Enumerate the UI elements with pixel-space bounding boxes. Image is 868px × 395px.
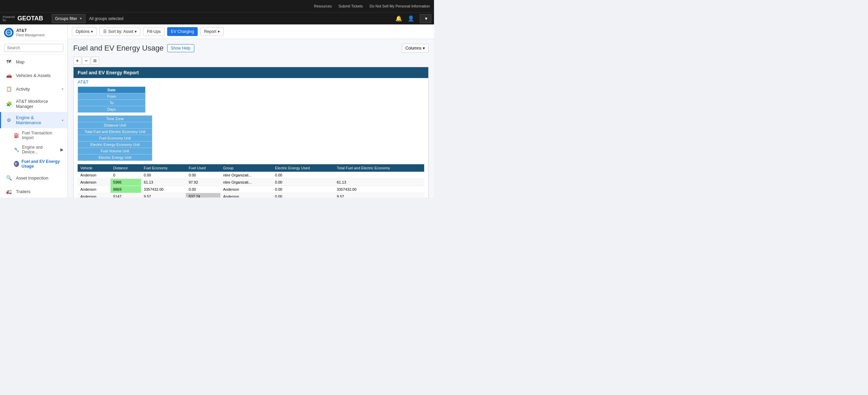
table-cell: 5147	[111, 193, 141, 198]
report-label: Report	[204, 29, 216, 34]
sidebar-item-att-workforce[interactable]: 🧩 AT&T Workforce Manager	[0, 96, 67, 112]
att-fleet-management: Fleet Management	[16, 33, 44, 37]
table-col-header: Group	[220, 164, 272, 172]
table-cell: 0.00	[272, 179, 334, 186]
sidebar-item-map[interactable]: 🗺 Map	[0, 55, 67, 69]
data-table-body: Anderson00.000.00ntire Organizati...0.00…	[78, 172, 424, 198]
notification-bell-icon[interactable]: 🔔	[395, 15, 402, 22]
sidebar-fuel-ev-label: Fuel and EV Energy Usage	[22, 159, 63, 169]
show-help-button[interactable]: Show Help	[167, 44, 194, 52]
table-col-header: Vehicle	[78, 164, 111, 172]
data-table: VehicleDistanceFuel EconomyFuel UsedGrou…	[78, 164, 424, 198]
page-title-text: Fuel and EV Energy Usage	[73, 44, 164, 53]
sidebar-trailers-label: Trailers	[16, 189, 63, 194]
settings-total-fuel: Total Fuel and Electric Economy Unit	[78, 129, 152, 135]
table-cell: 61.13	[334, 179, 424, 186]
logo-area: Poweredby GEOTAB	[3, 15, 43, 22]
table-cell: 0.00	[272, 193, 334, 198]
sort-button[interactable]: ☰ Sort by: Asset ▾	[99, 27, 140, 36]
sidebar-item-activity[interactable]: 📋 Activity ▾	[0, 82, 67, 96]
main-layout: AT&T Fleet Management 🗺 Map 🚗 Vehicles &…	[0, 24, 434, 198]
resources-link[interactable]: Resources	[314, 4, 332, 8]
ev-charging-button[interactable]: EV Charging	[167, 27, 198, 36]
engine-device-icon: 🔧	[14, 147, 19, 152]
table-row: Anderson88693357432.000.00Anderson0.0033…	[78, 186, 424, 193]
zoom-in-button[interactable]: +	[73, 57, 81, 65]
table-cell: Anderson	[78, 172, 111, 179]
sort-label: Sort by: Asset	[108, 29, 133, 34]
table-cell: 3357432.00	[141, 186, 186, 193]
report-header: Fuel and EV Energy Report	[74, 67, 428, 78]
page-title: Fuel and EV Energy Usage Show Help	[73, 44, 194, 53]
fill-ups-label: Fill-Ups	[147, 29, 161, 34]
table-cell: 0.00	[272, 186, 334, 193]
report-container: Fuel and EV Energy Report AT&T Date From…	[73, 67, 429, 198]
table-col-header: Fuel Economy	[141, 164, 186, 172]
fuel-transaction-icon: ⛽	[14, 133, 19, 138]
table-cell: 61.13	[141, 179, 186, 186]
options-button[interactable]: Options ▾	[72, 27, 97, 36]
zoom-out-button[interactable]: −	[82, 57, 90, 65]
att-company-name: AT&T	[16, 28, 44, 33]
table-cell: Anderson	[78, 186, 111, 193]
sort-arrow-icon: ▾	[135, 29, 137, 34]
att-brand-text: AT&T Fleet Management	[16, 28, 44, 37]
fill-ups-button[interactable]: Fill-Ups	[143, 27, 164, 36]
engine-icon: ⚙	[5, 116, 13, 124]
activity-chevron-icon: ▾	[62, 87, 63, 91]
table-col-header: Electric Energy Used	[272, 164, 334, 172]
settings-table: Time Zone Distance Unit Total Fuel and E…	[78, 115, 152, 161]
params-date-header: Date	[78, 87, 145, 93]
table-cell: 9.57	[334, 193, 424, 198]
sidebar-item-asset-inspection[interactable]: 🔍 Asset Inspection	[0, 171, 67, 185]
sidebar-item-engine-maintenance[interactable]: ⚙ Engine & Maintenance ▾	[0, 112, 67, 128]
table-col-header: Total Fuel and Electric Economy	[334, 164, 424, 172]
table-row: Anderson51479.57537.74Anderson0.009.57	[78, 193, 424, 198]
settings-distance: Distance Unit	[78, 122, 152, 129]
map-icon: 🗺	[5, 58, 13, 65]
table-cell	[334, 172, 424, 179]
params-table: Date From To Days	[78, 87, 145, 113]
table-cell: Anderson	[78, 179, 111, 186]
do-not-sell-link[interactable]: Do Not Sell My Personal Information	[370, 4, 430, 8]
report-button[interactable]: Report ▾	[200, 27, 223, 36]
sidebar-map-label: Map	[16, 59, 63, 64]
groups-filter-arrow: ▼	[79, 17, 83, 20]
submit-tickets-link[interactable]: Submit Tickets	[339, 4, 363, 8]
activity-icon: 📋	[5, 85, 13, 93]
user-menu-button[interactable]: ▼	[420, 14, 431, 23]
sidebar-item-vehicles-assets[interactable]: 🚗 Vehicles & Assets	[0, 69, 67, 82]
sidebar: AT&T Fleet Management 🗺 Map 🚗 Vehicles &…	[0, 24, 68, 198]
sidebar-workforce-label: AT&T Workforce Manager	[16, 99, 63, 109]
sidebar-item-trailers[interactable]: 🚛 Trailers	[0, 185, 67, 198]
vehicles-icon: 🚗	[5, 72, 13, 79]
columns-label: Columns	[406, 46, 421, 51]
sidebar-sub-fuel-ev-energy[interactable]: ⛽ Fuel and EV Energy Usage	[0, 157, 67, 171]
user-avatar-icon[interactable]: 👤	[408, 15, 414, 22]
asset-inspection-icon: 🔍	[5, 174, 13, 182]
sidebar-sub-fuel-transaction[interactable]: ⛽ Fuel Transaction Import	[0, 128, 67, 143]
sidebar-sub-engine-device[interactable]: 🔧 Engine and Device... ▶	[0, 143, 67, 157]
data-table-header: VehicleDistanceFuel EconomyFuel UsedGrou…	[78, 164, 424, 172]
powered-by-text: Poweredby	[3, 16, 15, 22]
columns-button[interactable]: Columns ▾	[402, 44, 429, 53]
sidebar-engine-label: Engine & Maintenance	[16, 115, 58, 125]
att-logo-icon	[4, 28, 14, 37]
sidebar-search-input[interactable]	[4, 44, 63, 52]
options-arrow-icon: ▾	[91, 29, 93, 34]
header-bar: Poweredby GEOTAB Groups filter ▼ All gro…	[0, 12, 434, 24]
settings-electric-economy: Electric Energy Economy Unit	[78, 142, 152, 148]
engine-device-chevron-icon: ▶	[60, 147, 63, 152]
workforce-icon: 🧩	[5, 100, 13, 108]
page-title-row: Fuel and EV Energy Usage Show Help Colum…	[73, 44, 429, 53]
table-cell: 8869	[111, 186, 141, 193]
table-cell: Anderson	[220, 193, 272, 198]
table-cell: Anderson	[78, 193, 111, 198]
sidebar-fuel-transaction-label: Fuel Transaction Import	[22, 131, 63, 140]
table-row: Anderson00.000.00ntire Organizati...0.00	[78, 172, 424, 179]
groups-filter-button[interactable]: Groups filter ▼	[52, 14, 85, 23]
zoom-expand-button[interactable]: ⊞	[91, 57, 99, 65]
table-cell: 0.00	[186, 172, 220, 179]
report-arrow-icon: ▾	[218, 29, 220, 34]
report-org: AT&T	[74, 78, 428, 87]
